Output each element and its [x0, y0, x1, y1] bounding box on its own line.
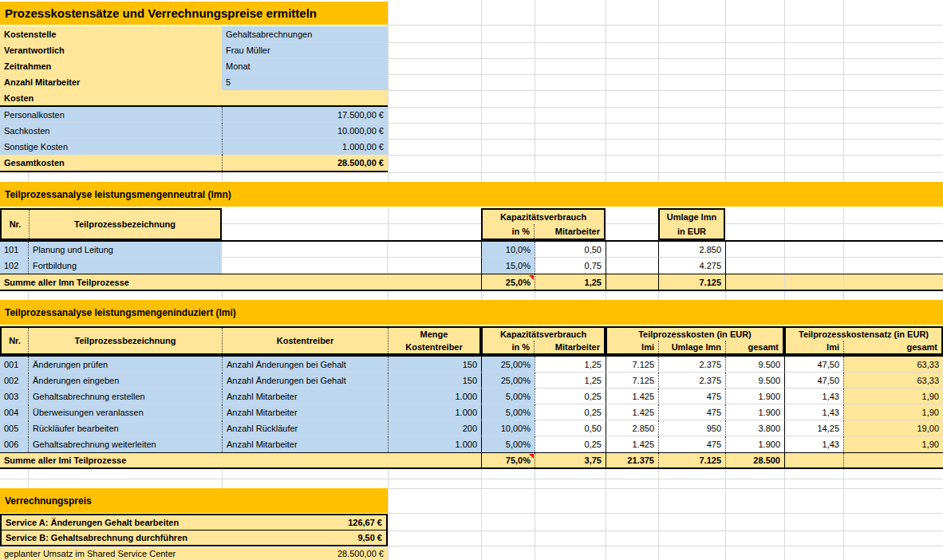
empty-cell	[784, 453, 843, 467]
lmi-row-name[interactable]: Gehaltsabrechnung weiterleiten	[28, 436, 222, 452]
lmi-row-menge[interactable]: 1.000	[388, 404, 481, 420]
gridline	[388, 291, 389, 300]
gesamtkosten-value: 28.500,00 €	[222, 155, 388, 171]
lmn-row-umlage: 2.850	[658, 242, 725, 258]
empty-cell	[725, 258, 784, 274]
gridline	[388, 107, 943, 108]
lmi-row-nr[interactable]: 003	[0, 388, 28, 404]
lmi-row-menge[interactable]: 1.000	[388, 388, 481, 404]
lmi-row-treiber[interactable]: Anzahl Mitarbeiter	[222, 404, 388, 420]
empty-cell	[784, 274, 843, 290]
lmi-header-teilprozesskostensatz: Teilprozesskostensatz (in EUR)	[786, 328, 941, 341]
lmi-row-treiber[interactable]: Anzahl Rückläufer	[222, 420, 388, 436]
lmi-header-kapazitaet-box: Kapazitätsverbrauch in % Mitarbeiter	[481, 326, 606, 355]
lmi-row-pct[interactable]: 10,00%	[481, 420, 535, 436]
lmn-sum-label: Summe aller lmn Teilprozesse	[0, 274, 481, 290]
lmi-row-lmi: 2.850	[606, 420, 658, 436]
lmi-sum-umlage: 7.125	[658, 453, 725, 467]
gridline	[388, 58, 943, 59]
lmn-header-umlage-line1: Umlage lmn	[660, 210, 724, 224]
lmi-header-bezeichnung: Teilprozessbezeichnung	[28, 328, 222, 353]
lmi-row-treiber[interactable]: Anzahl Mitarbeiter	[222, 436, 388, 452]
lmi-row-mitarbeiter: 0,25	[535, 404, 606, 420]
lmi-row-mitarbeiter: 0,25	[535, 388, 606, 404]
spreadsheet: Prozesskostensätze und Verrechnungspreis…	[0, 0, 943, 560]
gesamtkosten-label: Gesamtkosten	[0, 155, 222, 171]
lmi-row-umlage: 2.375	[658, 373, 725, 388]
lmi-row-menge[interactable]: 150	[388, 373, 481, 388]
lmi-row-nr[interactable]: 005	[0, 420, 28, 436]
lmi-row: 006 Gehaltsabrechnung weiterleiten Anzah…	[0, 436, 943, 452]
lmi-row-treiber[interactable]: Anzahl Änderungen bei Gehalt	[222, 357, 388, 373]
lmi-row-nr[interactable]: 004	[0, 404, 28, 420]
lmi-row-name[interactable]: Überweisungen veranlassen	[28, 404, 222, 420]
zeitrahmen-value[interactable]: Monat	[222, 58, 388, 74]
lmi-row-umlage: 475	[658, 436, 725, 452]
kosten-header: Kosten	[0, 90, 388, 105]
lmn-row-nr[interactable]: 102	[0, 258, 28, 274]
lmi-row-pct[interactable]: 5,00%	[481, 404, 535, 420]
lmn-header-kapazitaet-box: Kapazitätsverbrauch in % Mitarbeiter	[481, 208, 606, 240]
gridline	[388, 172, 943, 173]
lmi-row-treiber[interactable]: Anzahl Änderungen bei Gehalt	[222, 373, 388, 388]
page-title: Prozesskostensätze und Verrechnungspreis…	[0, 2, 388, 25]
gridline	[784, 488, 785, 560]
sachkosten-value[interactable]: 10.000,00 €	[222, 123, 388, 139]
cost-row: Sachkosten 10.000,00 €	[0, 123, 388, 139]
personalkosten-value[interactable]: 17.500,00 €	[222, 107, 388, 123]
sonstige-kosten-value[interactable]: 1.000,00 €	[222, 139, 388, 155]
empty-cell	[843, 258, 943, 274]
lmi-row-nr[interactable]: 006	[0, 436, 28, 452]
lmi-row-menge[interactable]: 1.000	[388, 436, 481, 452]
lmi-row-name[interactable]: Gehaltsabrechnung erstellen	[28, 388, 222, 404]
empty-cell	[222, 258, 388, 274]
lmi-header-satz-box: Teilprozesskostensatz (in EUR) lmi gesam…	[784, 326, 943, 355]
service-b-value: 9,50 €	[258, 530, 386, 545]
lmi-row-nr[interactable]: 002	[0, 373, 28, 388]
lmi-row-satz-lmi: 47,50	[784, 357, 843, 373]
gridline	[388, 513, 943, 514]
lmi-row-menge[interactable]: 150	[388, 357, 481, 373]
gridline	[388, 42, 943, 43]
lmi-row-name[interactable]: Änderungen eingeben	[28, 373, 222, 388]
lmi-row-pct[interactable]: 5,00%	[481, 388, 535, 404]
lmn-row-name[interactable]: Planung und Leitung	[28, 242, 222, 258]
lmi-row-nr[interactable]: 001	[0, 357, 28, 373]
lmn-sum-mitarbeiter: 1,25	[535, 274, 606, 290]
lmi-row-pct[interactable]: 5,00%	[481, 436, 535, 452]
gridline	[28, 172, 29, 182]
service-b-row: Service B: Gehaltsabrechnung durchführen…	[2, 530, 386, 545]
gridline	[658, 488, 659, 560]
lmi-row-gesamt: 1.900	[725, 388, 784, 404]
lmi-row: 004 Überweisungen veranlassen Anzahl Mit…	[0, 404, 943, 420]
lmi-row-mitarbeiter: 1,25	[535, 357, 606, 373]
gridline	[388, 488, 389, 560]
lmi-row-name[interactable]: Änderungen prüfen	[28, 357, 222, 373]
anzahl-mitarbeiter-value[interactable]: 5	[222, 74, 388, 90]
lmi-header-mitarbeiter: Mitarbeiter	[534, 341, 604, 353]
service-a-value: 126,67 €	[258, 515, 386, 530]
lmi-row-lmi: 1.425	[606, 436, 658, 452]
empty-cell	[725, 242, 784, 258]
lmn-row-pct[interactable]: 15,0%	[481, 258, 535, 274]
verantwortlich-value[interactable]: Frau Müller	[222, 42, 388, 58]
lmi-row-treiber[interactable]: Anzahl Mitarbeiter	[222, 388, 388, 404]
lmi-row-name[interactable]: Rückläufer bearbeiten	[28, 420, 222, 436]
gridline	[606, 223, 658, 224]
kostenstelle-value[interactable]: Gehaltsabrechnungen	[222, 26, 388, 42]
lmn-row-nr[interactable]: 101	[0, 242, 28, 258]
verrechnungspreis-section-title: Verrechnungspreis	[0, 488, 388, 513]
lmi-header-kosten-box: Teilprozesskosten (in EUR) lmi Umlage lm…	[606, 326, 784, 355]
service-price-box: Service A: Änderungen Gehalt bearbeiten …	[0, 514, 388, 546]
lmi-row-pct[interactable]: 25,00%	[481, 357, 535, 373]
lmi-row-pct[interactable]: 25,00%	[481, 373, 535, 388]
lmi-header-kapazitaetsverbrauch: Kapazitätsverbrauch	[483, 328, 604, 341]
lmn-row-pct[interactable]: 10,0%	[481, 242, 535, 258]
lmi-header-menge-line2: Kostentreiber	[389, 341, 479, 353]
lmi-header-lmi: lmi	[607, 341, 658, 353]
lmn-row-name[interactable]: Fortbildung	[28, 258, 222, 274]
lmi-row-menge[interactable]: 200	[388, 420, 481, 436]
verantwortlich-label: Verantwortlich	[0, 42, 222, 58]
gridline	[535, 488, 535, 560]
lmi-row-satz-gesamt: 1,90	[843, 388, 943, 404]
